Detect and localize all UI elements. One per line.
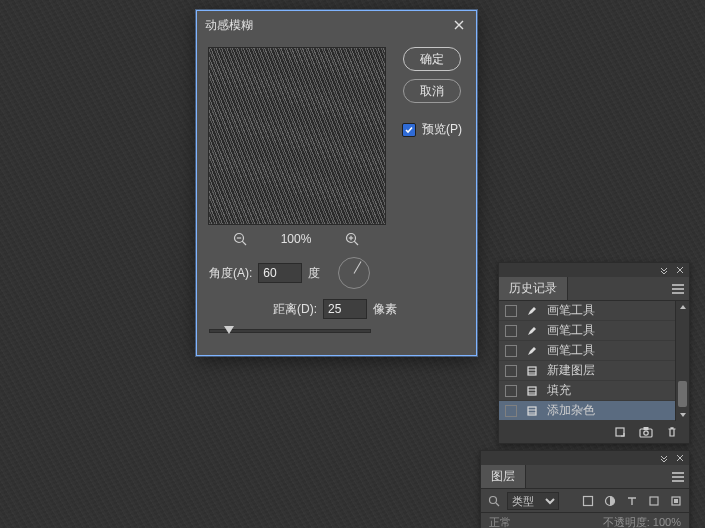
history-item-label: 画笔工具 [547, 302, 595, 319]
opacity-value[interactable]: 100% [653, 516, 681, 528]
zoom-out-icon[interactable] [232, 231, 248, 247]
opacity-label: 不透明度 [603, 516, 647, 528]
cancel-button[interactable]: 取消 [403, 79, 461, 103]
distance-label: 距离(D): [273, 301, 317, 318]
history-tab[interactable]: 历史记录 [499, 277, 568, 300]
blend-mode-label[interactable]: 正常 [489, 515, 511, 529]
history-scrollbar[interactable] [675, 301, 689, 421]
filter-adjust-icon[interactable] [603, 494, 617, 508]
distance-slider[interactable] [209, 329, 371, 333]
svg-rect-22 [584, 496, 593, 505]
scroll-thumb[interactable] [678, 381, 687, 407]
brush-icon [525, 324, 539, 338]
collapse-icon[interactable] [659, 453, 669, 463]
collapse-icon[interactable] [659, 265, 669, 275]
filter-pixel-icon[interactable] [581, 494, 595, 508]
svg-rect-10 [528, 387, 536, 395]
svg-rect-7 [528, 367, 536, 375]
panel-close-icon[interactable] [675, 453, 685, 463]
svg-line-4 [354, 241, 358, 245]
slider-thumb[interactable] [224, 326, 234, 334]
history-item-label: 填充 [547, 382, 571, 399]
panel-strip[interactable] [499, 263, 689, 277]
history-item-label: 新建图层 [547, 362, 595, 379]
panel-menu-icon[interactable] [667, 277, 689, 300]
history-list[interactable]: 画笔工具画笔工具画笔工具新建图层填充添加杂色 [499, 301, 689, 421]
preview-label: 预览(P) [422, 121, 462, 138]
history-item[interactable]: 新建图层 [499, 361, 689, 381]
history-mark[interactable] [505, 405, 517, 417]
trash-icon[interactable] [665, 425, 679, 439]
dialog-titlebar[interactable]: 动感模糊 [197, 11, 476, 39]
angle-label: 角度(A): [209, 265, 252, 282]
preview-thumbnail[interactable] [208, 47, 386, 225]
newlayer-icon [525, 364, 539, 378]
snapshot-icon[interactable] [639, 425, 653, 439]
history-item[interactable]: 画笔工具 [499, 341, 689, 361]
fill-icon [525, 404, 539, 418]
layers-props-row: 正常 不透明度: 100% [481, 513, 689, 528]
angle-unit: 度 [308, 265, 320, 282]
layers-tab[interactable]: 图层 [481, 465, 526, 488]
svg-rect-19 [644, 428, 648, 430]
brush-icon [525, 304, 539, 318]
svg-point-20 [490, 496, 497, 503]
history-footer [499, 421, 689, 443]
fill-icon [525, 384, 539, 398]
history-item[interactable]: 添加杂色 [499, 401, 689, 421]
dialog-title-text: 动感模糊 [205, 11, 253, 39]
close-icon[interactable] [450, 16, 468, 34]
angle-input[interactable] [258, 263, 302, 283]
ok-button[interactable]: 确定 [403, 47, 461, 71]
zoom-percent: 100% [274, 232, 318, 246]
search-icon[interactable] [487, 494, 501, 508]
panel-strip[interactable] [481, 451, 689, 465]
angle-dial[interactable] [338, 257, 370, 289]
scroll-down-icon[interactable] [676, 409, 689, 421]
history-item-label: 添加杂色 [547, 402, 595, 419]
distance-input[interactable] [323, 299, 367, 319]
filter-smart-icon[interactable] [669, 494, 683, 508]
svg-line-1 [242, 241, 246, 245]
filter-type-select[interactable]: 类型 [507, 492, 559, 510]
history-mark[interactable] [505, 345, 517, 357]
svg-line-21 [496, 503, 499, 506]
preview-checkbox-row[interactable]: 预览(P) [402, 121, 462, 138]
svg-rect-24 [650, 497, 658, 505]
new-doc-from-state-icon[interactable] [613, 425, 627, 439]
filter-shape-icon[interactable] [647, 494, 661, 508]
history-panel: 历史记录 画笔工具画笔工具画笔工具新建图层填充添加杂色 [498, 262, 690, 444]
layers-panel: 图层 类型 正常 不透明度: 100% [480, 450, 690, 528]
history-item[interactable]: 画笔工具 [499, 321, 689, 341]
zoom-in-icon[interactable] [344, 231, 360, 247]
distance-unit: 像素 [373, 301, 397, 318]
svg-rect-26 [674, 499, 678, 503]
history-item-label: 画笔工具 [547, 322, 595, 339]
motion-blur-dialog: 动感模糊 100% 角度(A): 度 距离(D): 像素 [196, 10, 477, 356]
history-item-label: 画笔工具 [547, 342, 595, 359]
panel-menu-icon[interactable] [667, 465, 689, 488]
layers-filter-row: 类型 [481, 489, 689, 513]
scroll-up-icon[interactable] [676, 301, 689, 313]
svg-rect-13 [528, 407, 536, 415]
history-mark[interactable] [505, 365, 517, 377]
checkbox-icon[interactable] [402, 123, 416, 137]
filter-type-icon[interactable] [625, 494, 639, 508]
svg-point-18 [644, 431, 648, 435]
panel-close-icon[interactable] [675, 265, 685, 275]
history-mark[interactable] [505, 385, 517, 397]
history-mark[interactable] [505, 325, 517, 337]
brush-icon [525, 344, 539, 358]
history-item[interactable]: 画笔工具 [499, 301, 689, 321]
history-item[interactable]: 填充 [499, 381, 689, 401]
history-mark[interactable] [505, 305, 517, 317]
svg-rect-16 [616, 428, 624, 436]
